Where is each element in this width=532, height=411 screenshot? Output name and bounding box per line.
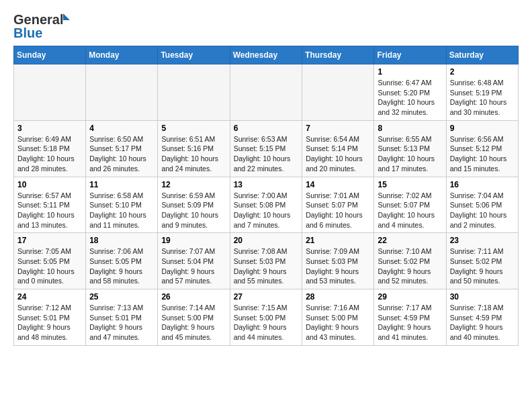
day-info: Sunrise: 7:10 AM Sunset: 5:02 PM Dayligh… — [378, 246, 442, 286]
calendar-cell — [302, 64, 374, 121]
week-row-1: 1Sunrise: 6:47 AM Sunset: 5:20 PM Daylig… — [14, 64, 519, 121]
calendar-cell: 27Sunrise: 7:15 AM Sunset: 5:00 PM Dayli… — [230, 289, 302, 346]
day-number: 27 — [234, 292, 299, 302]
day-number: 18 — [89, 236, 154, 245]
day-info: Sunrise: 7:18 AM Sunset: 4:59 PM Dayligh… — [450, 303, 515, 342]
day-info: Sunrise: 7:02 AM Sunset: 5:07 PM Dayligh… — [378, 191, 442, 230]
calendar-cell: 26Sunrise: 7:14 AM Sunset: 5:00 PM Dayli… — [158, 289, 230, 346]
calendar-cell: 16Sunrise: 7:04 AM Sunset: 5:06 PM Dayli… — [446, 177, 518, 233]
day-info: Sunrise: 6:55 AM Sunset: 5:13 PM Dayligh… — [378, 134, 442, 174]
calendar-cell: 12Sunrise: 6:59 AM Sunset: 5:09 PM Dayli… — [158, 177, 230, 233]
day-number: 25 — [89, 292, 154, 302]
day-number: 1 — [378, 67, 442, 77]
page-header: GeneralBlue — [13, 11, 519, 42]
day-info: Sunrise: 7:01 AM Sunset: 5:07 PM Dayligh… — [306, 191, 370, 230]
day-number: 24 — [17, 292, 82, 302]
calendar-cell: 25Sunrise: 7:13 AM Sunset: 5:01 PM Dayli… — [86, 289, 158, 346]
day-info: Sunrise: 7:15 AM Sunset: 5:00 PM Dayligh… — [234, 303, 299, 342]
day-number: 28 — [306, 292, 370, 302]
calendar-cell — [14, 64, 86, 121]
week-row-4: 17Sunrise: 7:05 AM Sunset: 5:05 PM Dayli… — [14, 233, 519, 289]
calendar-cell: 24Sunrise: 7:12 AM Sunset: 5:01 PM Dayli… — [14, 289, 86, 346]
day-number: 13 — [234, 180, 299, 189]
calendar-cell: 18Sunrise: 7:06 AM Sunset: 5:05 PM Dayli… — [86, 233, 158, 289]
calendar-cell: 17Sunrise: 7:05 AM Sunset: 5:05 PM Dayli… — [14, 233, 86, 289]
day-number: 17 — [17, 236, 82, 245]
calendar-cell: 4Sunrise: 6:50 AM Sunset: 5:17 PM Daylig… — [86, 120, 158, 177]
day-number: 7 — [306, 124, 370, 133]
weekday-header-sunday: Sunday — [14, 46, 86, 64]
day-number: 14 — [306, 180, 370, 189]
calendar-cell — [158, 64, 230, 121]
day-info: Sunrise: 6:48 AM Sunset: 5:19 PM Dayligh… — [450, 78, 515, 118]
logo-svg: GeneralBlue — [13, 11, 74, 42]
calendar-cell: 15Sunrise: 7:02 AM Sunset: 5:07 PM Dayli… — [374, 177, 446, 233]
calendar-cell: 22Sunrise: 7:10 AM Sunset: 5:02 PM Dayli… — [374, 233, 446, 289]
day-info: Sunrise: 6:49 AM Sunset: 5:18 PM Dayligh… — [17, 134, 82, 174]
day-number: 16 — [450, 180, 515, 189]
weekday-header-row: SundayMondayTuesdayWednesdayThursdayFrid… — [14, 46, 519, 64]
day-info: Sunrise: 6:50 AM Sunset: 5:17 PM Dayligh… — [89, 134, 154, 174]
day-info: Sunrise: 6:47 AM Sunset: 5:20 PM Dayligh… — [378, 78, 442, 118]
weekday-header-thursday: Thursday — [302, 46, 374, 64]
calendar-cell: 9Sunrise: 6:56 AM Sunset: 5:12 PM Daylig… — [446, 120, 518, 177]
day-info: Sunrise: 7:08 AM Sunset: 5:03 PM Dayligh… — [234, 246, 299, 286]
day-number: 23 — [450, 236, 515, 245]
day-info: Sunrise: 7:06 AM Sunset: 5:05 PM Dayligh… — [89, 246, 154, 286]
svg-marker-1 — [63, 13, 70, 20]
calendar-cell: 7Sunrise: 6:54 AM Sunset: 5:14 PM Daylig… — [302, 120, 374, 177]
day-info: Sunrise: 7:14 AM Sunset: 5:00 PM Dayligh… — [161, 303, 226, 342]
day-info: Sunrise: 6:54 AM Sunset: 5:14 PM Dayligh… — [306, 134, 370, 174]
day-info: Sunrise: 7:13 AM Sunset: 5:01 PM Dayligh… — [89, 303, 154, 342]
weekday-header-wednesday: Wednesday — [230, 46, 302, 64]
day-number: 9 — [450, 124, 515, 133]
calendar-cell: 10Sunrise: 6:57 AM Sunset: 5:11 PM Dayli… — [14, 177, 86, 233]
week-row-5: 24Sunrise: 7:12 AM Sunset: 5:01 PM Dayli… — [14, 289, 519, 346]
day-info: Sunrise: 6:53 AM Sunset: 5:15 PM Dayligh… — [234, 134, 299, 174]
weekday-header-friday: Friday — [374, 46, 446, 64]
day-info: Sunrise: 6:57 AM Sunset: 5:11 PM Dayligh… — [17, 191, 82, 230]
logo-row: GeneralBlue — [13, 11, 74, 42]
day-number: 29 — [378, 292, 442, 302]
day-number: 3 — [17, 124, 82, 133]
calendar-cell: 6Sunrise: 6:53 AM Sunset: 5:15 PM Daylig… — [230, 120, 302, 177]
day-info: Sunrise: 7:12 AM Sunset: 5:01 PM Dayligh… — [17, 303, 82, 342]
day-info: Sunrise: 7:07 AM Sunset: 5:04 PM Dayligh… — [161, 246, 226, 286]
weekday-header-tuesday: Tuesday — [158, 46, 230, 64]
calendar-cell: 3Sunrise: 6:49 AM Sunset: 5:18 PM Daylig… — [14, 120, 86, 177]
calendar-cell: 1Sunrise: 6:47 AM Sunset: 5:20 PM Daylig… — [374, 64, 446, 121]
svg-text:Blue: Blue — [13, 26, 42, 40]
day-number: 20 — [234, 236, 299, 245]
calendar-cell: 11Sunrise: 6:58 AM Sunset: 5:10 PM Dayli… — [86, 177, 158, 233]
day-number: 12 — [161, 180, 226, 189]
week-row-2: 3Sunrise: 6:49 AM Sunset: 5:18 PM Daylig… — [14, 120, 519, 177]
logo: GeneralBlue — [13, 11, 74, 42]
calendar-cell: 28Sunrise: 7:16 AM Sunset: 5:00 PM Dayli… — [302, 289, 374, 346]
day-info: Sunrise: 7:11 AM Sunset: 5:02 PM Dayligh… — [450, 246, 515, 286]
calendar-table: SundayMondayTuesdayWednesdayThursdayFrid… — [13, 46, 519, 346]
calendar-cell: 29Sunrise: 7:17 AM Sunset: 4:59 PM Dayli… — [374, 289, 446, 346]
day-number: 22 — [378, 236, 442, 245]
day-info: Sunrise: 7:05 AM Sunset: 5:05 PM Dayligh… — [17, 246, 82, 286]
calendar-cell: 8Sunrise: 6:55 AM Sunset: 5:13 PM Daylig… — [374, 120, 446, 177]
calendar-cell: 14Sunrise: 7:01 AM Sunset: 5:07 PM Dayli… — [302, 177, 374, 233]
calendar-cell — [230, 64, 302, 121]
weekday-header-monday: Monday — [86, 46, 158, 64]
calendar-cell: 23Sunrise: 7:11 AM Sunset: 5:02 PM Dayli… — [446, 233, 518, 289]
day-number: 6 — [234, 124, 299, 133]
day-number: 19 — [161, 236, 226, 245]
calendar-cell: 21Sunrise: 7:09 AM Sunset: 5:03 PM Dayli… — [302, 233, 374, 289]
svg-text:General: General — [13, 12, 63, 27]
day-info: Sunrise: 6:51 AM Sunset: 5:16 PM Dayligh… — [161, 134, 226, 174]
calendar-cell: 2Sunrise: 6:48 AM Sunset: 5:19 PM Daylig… — [446, 64, 518, 121]
day-number: 2 — [450, 67, 515, 77]
day-number: 30 — [450, 292, 515, 302]
day-info: Sunrise: 6:59 AM Sunset: 5:09 PM Dayligh… — [161, 191, 226, 230]
calendar-cell: 13Sunrise: 7:00 AM Sunset: 5:08 PM Dayli… — [230, 177, 302, 233]
day-number: 10 — [17, 180, 82, 189]
day-info: Sunrise: 7:16 AM Sunset: 5:00 PM Dayligh… — [306, 303, 370, 342]
day-info: Sunrise: 7:00 AM Sunset: 5:08 PM Dayligh… — [234, 191, 299, 230]
day-number: 4 — [89, 124, 154, 133]
calendar-cell: 19Sunrise: 7:07 AM Sunset: 5:04 PM Dayli… — [158, 233, 230, 289]
day-info: Sunrise: 7:04 AM Sunset: 5:06 PM Dayligh… — [450, 191, 515, 230]
